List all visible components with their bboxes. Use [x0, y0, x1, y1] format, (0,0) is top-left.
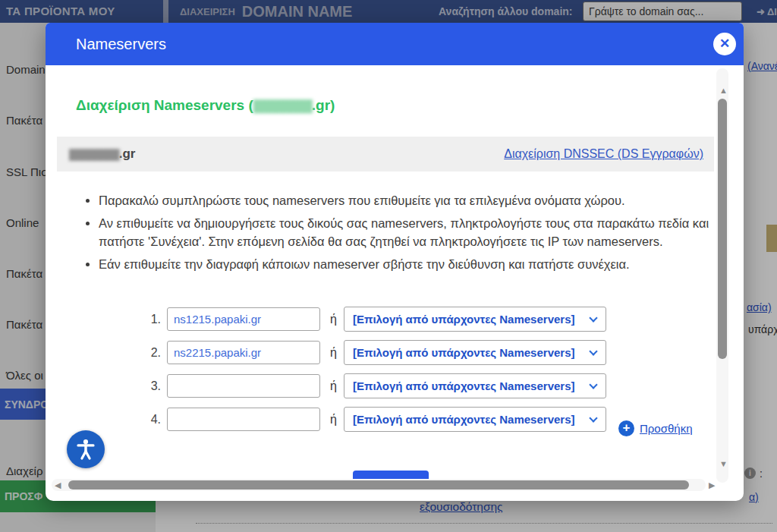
- or-label: ή: [330, 346, 337, 360]
- existing-nameservers-select-2[interactable]: [Επιλογή από υπάρχοντες Nameservers]: [344, 340, 606, 365]
- nameserver-input-1[interactable]: [167, 307, 320, 331]
- scroll-left-icon[interactable]: ◀: [55, 481, 61, 490]
- chevron-down-icon: [589, 347, 597, 355]
- scroll-right-icon[interactable]: ▶: [709, 481, 715, 490]
- instruction-item: Εάν επιθυμείτε την διαγραφή κάποιων name…: [99, 255, 719, 274]
- chevron-down-icon: [589, 380, 597, 389]
- nameserver-row-4: 4. ή [Επιλογή από υπάρχοντες Nameservers…: [143, 407, 606, 432]
- existing-nameservers-select-4[interactable]: [Επιλογή από υπάρχοντες Nameservers]: [344, 407, 606, 432]
- chevron-down-icon: [589, 313, 597, 322]
- accessibility-person-icon: [74, 437, 98, 461]
- nameserver-row-3: 3. ή [Επιλογή από υπάρχοντες Nameservers…: [143, 373, 606, 398]
- select-label: [Επιλογή από υπάρχοντες Nameservers]: [353, 379, 575, 392]
- vertical-scrollbar-thumb[interactable]: [718, 99, 727, 359]
- instruction-item: Παρακαλώ συμπληρώστε τους nameservers πο…: [99, 191, 719, 210]
- heading-suffix: .gr): [312, 97, 335, 113]
- add-nameserver-button[interactable]: + Προσθήκη: [618, 420, 693, 436]
- modal-title: Nameservers: [76, 36, 166, 53]
- domain-tld: .gr: [119, 146, 136, 161]
- row-number: 2.: [143, 346, 161, 360]
- nameservers-modal: Nameservers ✕ Διαχείριση Nameservers (██…: [46, 23, 744, 501]
- scroll-up-icon[interactable]: ▲: [719, 87, 728, 95]
- plus-icon: +: [618, 420, 634, 436]
- scroll-down-icon[interactable]: ▼: [719, 460, 728, 468]
- instructions-list: Παρακαλώ συμπληρώστε τους nameservers πο…: [85, 191, 719, 277]
- heading-prefix: Διαχείριση Nameservers (: [76, 97, 253, 113]
- or-label: ή: [330, 379, 337, 393]
- chevron-down-icon: [589, 414, 597, 422]
- horizontal-scrollbar-thumb[interactable]: [68, 480, 689, 490]
- or-label: ή: [330, 313, 337, 326]
- close-icon[interactable]: ✕: [713, 33, 736, 55]
- manage-nameservers-heading: Διαχείριση Nameservers (████████.gr): [76, 97, 335, 114]
- instruction-item: Αν επιθυμείτε να δημιουργήσετε τους δικο…: [99, 214, 719, 251]
- nameserver-row-1: 1. ή [Επιλογή από υπάρχοντες Nameservers…: [143, 307, 606, 332]
- row-number: 1.: [143, 313, 161, 326]
- select-label: [Επιλογή από υπάρχοντες Nameservers]: [353, 313, 575, 326]
- masked-domain-blur: ████████: [253, 99, 312, 112]
- modal-header: Nameservers ✕: [46, 23, 744, 65]
- add-nameserver-label: Προσθήκη: [640, 422, 693, 435]
- masked-domain-blur: ████████: [69, 149, 119, 160]
- nameserver-input-3[interactable]: [167, 374, 320, 398]
- domain-name: ████████.gr: [69, 146, 135, 162]
- nameserver-row-2: 2. ή [Επιλογή από υπάρχοντες Nameservers…: [143, 340, 606, 365]
- dnssec-management-link[interactable]: Διαχείριση DNSSEC (DS Εγγραφών): [504, 147, 703, 161]
- nameserver-input-4[interactable]: [167, 408, 320, 431]
- existing-nameservers-select-1[interactable]: [Επιλογή από υπάρχοντες Nameservers]: [344, 307, 606, 332]
- nameserver-input-2[interactable]: [167, 341, 320, 364]
- select-label: [Επιλογή από υπάρχοντες Nameservers]: [353, 346, 575, 359]
- screen: ΤΑ ΠΡΟΪΟΝΤΑ ΜΟΥ ΔΙΑΧΕΙΡΙΣΗ DOMAIN NAME Α…: [0, 0, 777, 532]
- select-label: [Επιλογή από υπάρχοντες Nameservers]: [353, 413, 575, 426]
- existing-nameservers-select-3[interactable]: [Επιλογή από υπάρχοντες Nameservers]: [344, 373, 606, 398]
- accessibility-widget-button[interactable]: [67, 430, 105, 468]
- row-number: 3.: [143, 379, 161, 393]
- row-number: 4.: [143, 413, 161, 427]
- domain-row: ████████.gr Διαχείριση DNSSEC (DS Εγγραφ…: [57, 137, 714, 172]
- or-label: ή: [330, 413, 337, 427]
